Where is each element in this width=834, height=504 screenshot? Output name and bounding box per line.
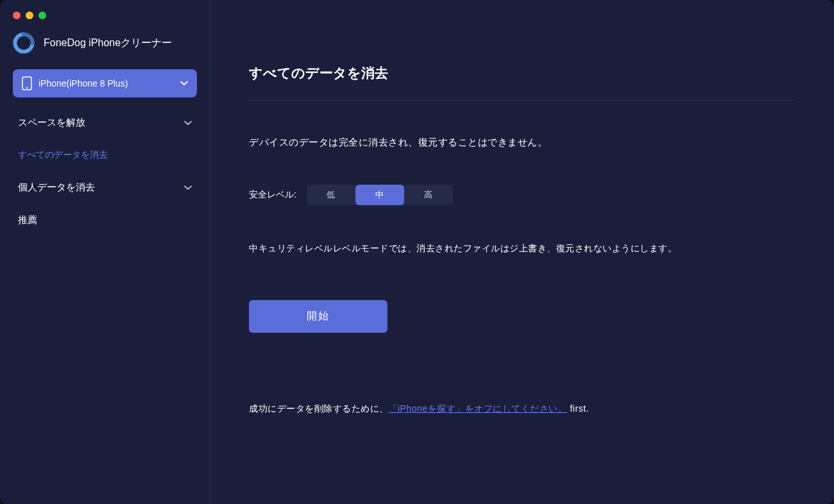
phone-icon <box>22 76 32 90</box>
sidebar-item-erase-private[interactable]: 個人データを消去 <box>0 171 210 204</box>
security-description: 中キュリティレベルレベルモードでは、消去されたファイルはジ上書き、復元されないよ… <box>249 241 796 255</box>
page-title: すべてのデータを消去 <box>249 64 796 82</box>
find-my-iphone-link[interactable]: 「iPhoneを探す」をオフにしてください。 <box>389 403 568 414</box>
divider <box>249 100 796 101</box>
start-button[interactable]: 開始 <box>249 300 387 333</box>
close-window-button[interactable] <box>13 12 21 19</box>
sidebar-item-label: 個人データを消去 <box>18 181 95 194</box>
sidebar-item-label: 推薦 <box>18 214 37 226</box>
warning-text: デバイスのデータは完全に消去され、復元することはできません。 <box>249 137 796 149</box>
chevron-down-icon <box>180 81 188 86</box>
security-option-high[interactable]: 高 <box>404 185 453 205</box>
svg-point-1 <box>26 87 28 88</box>
sidebar-item-erase-all[interactable]: すべてのデータを消去 <box>0 139 210 171</box>
app-title: FoneDog iPhoneクリーナー <box>44 37 172 50</box>
sidebar: FoneDog iPhoneクリーナー iPhone(iPhone 8 Plus… <box>0 0 210 504</box>
device-name: iPhone(iPhone 8 Plus) <box>38 78 174 88</box>
app-header: FoneDog iPhoneクリーナー <box>0 19 210 69</box>
security-option-low[interactable]: 低 <box>307 185 355 205</box>
sidebar-item-recommend[interactable]: 推薦 <box>0 204 210 237</box>
security-level-segment: 低 中 高 <box>307 185 453 205</box>
security-option-medium[interactable]: 中 <box>355 185 404 205</box>
app-logo-icon <box>13 32 35 54</box>
security-level-row: 安全レベル: 低 中 高 <box>249 185 796 205</box>
sidebar-item-label: すべてのデータを消去 <box>18 149 108 161</box>
footer-note: 成功にデータを削除するために、「iPhoneを探す」をオフにしてください。 fi… <box>249 403 796 415</box>
chevron-down-icon <box>184 121 192 126</box>
maximize-window-button[interactable] <box>38 12 46 19</box>
main-content: すべてのデータを消去 デバイスのデータは完全に消去され、復元することはできません… <box>210 0 834 504</box>
footer-prefix: 成功にデータを削除するために、 <box>249 403 389 414</box>
security-level-label: 安全レベル: <box>249 189 296 201</box>
sidebar-item-label: スペースを解放 <box>18 117 85 129</box>
device-selector[interactable]: iPhone(iPhone 8 Plus) <box>13 69 197 97</box>
chevron-down-icon <box>184 185 192 190</box>
minimize-window-button[interactable] <box>26 12 33 19</box>
app-window: FoneDog iPhoneクリーナー iPhone(iPhone 8 Plus… <box>0 0 834 504</box>
footer-suffix: first. <box>567 403 589 414</box>
sidebar-item-free-space[interactable]: スペースを解放 <box>0 106 210 139</box>
window-controls <box>0 0 210 19</box>
